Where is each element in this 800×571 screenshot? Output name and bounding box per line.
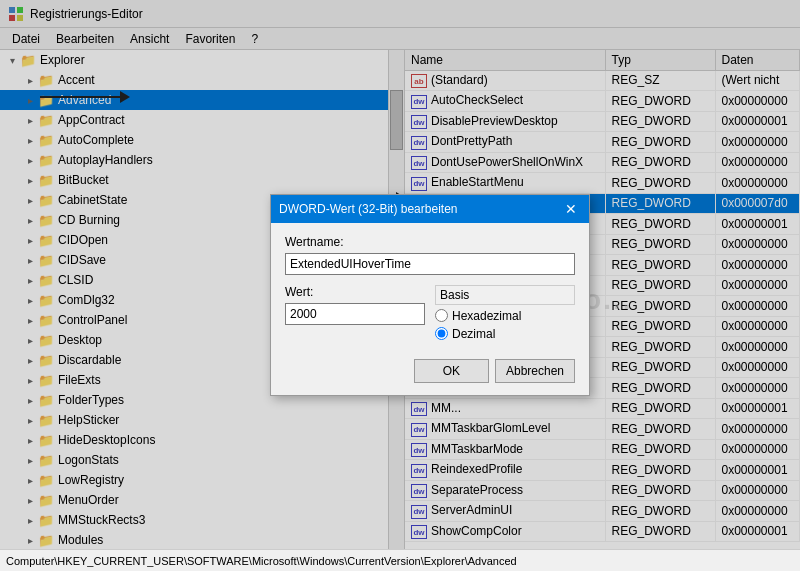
wert-label: Wert:	[285, 285, 425, 299]
dialog-title-bar: DWORD-Wert (32-Bit) bearbeiten ✕	[271, 195, 589, 223]
value-section: Wert:	[285, 285, 425, 325]
dezimal-option[interactable]: Dezimal	[435, 327, 575, 341]
wertname-label: Wertname:	[285, 235, 575, 249]
edit-dialog: DWORD-Wert (32-Bit) bearbeiten ✕ Wertnam…	[270, 194, 590, 396]
basis-section: Basis Hexadezimal Dezimal	[435, 285, 575, 345]
dialog-title-text: DWORD-Wert (32-Bit) bearbeiten	[279, 202, 458, 216]
dialog-body: Wertname: Wert: Basis Hexadezimal Dezima…	[271, 223, 589, 395]
dezimal-radio[interactable]	[435, 327, 448, 340]
status-bar: Computer\HKEY_CURRENT_USER\SOFTWARE\Micr…	[0, 549, 800, 571]
dialog-close-button[interactable]: ✕	[561, 199, 581, 219]
status-text: Computer\HKEY_CURRENT_USER\SOFTWARE\Micr…	[6, 555, 517, 567]
wertname-input[interactable]	[285, 253, 575, 275]
hexadezimal-option[interactable]: Hexadezimal	[435, 309, 575, 323]
hexadezimal-label: Hexadezimal	[452, 309, 521, 323]
basis-label: Basis	[435, 285, 575, 305]
wert-input[interactable]	[285, 303, 425, 325]
cancel-button[interactable]: Abbrechen	[495, 359, 575, 383]
dezimal-label: Dezimal	[452, 327, 495, 341]
ok-button[interactable]: OK	[414, 359, 489, 383]
dialog-row: Wert: Basis Hexadezimal Dezimal	[285, 285, 575, 345]
hexadezimal-radio[interactable]	[435, 309, 448, 322]
dialog-overlay: DWORD-Wert (32-Bit) bearbeiten ✕ Wertnam…	[0, 0, 800, 549]
dialog-buttons: OK Abbrechen	[285, 359, 575, 383]
